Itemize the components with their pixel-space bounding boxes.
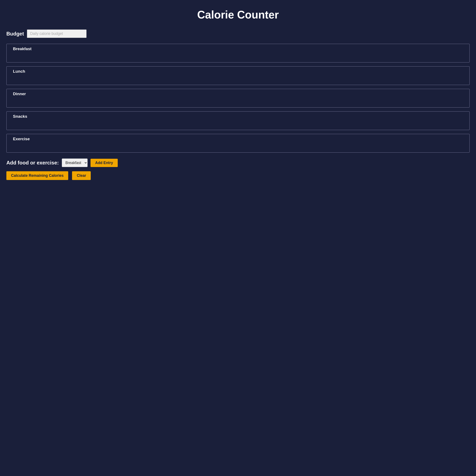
section-content-exercise	[10, 141, 466, 149]
clear-button[interactable]: Clear	[72, 171, 91, 180]
add-food-row: Add food or exercise: BreakfastLunchDinn…	[6, 158, 470, 167]
budget-row: Budget	[6, 30, 470, 38]
section-legend-lunch: Lunch	[12, 69, 466, 74]
page-title: Calorie Counter	[6, 8, 470, 21]
budget-input[interactable]	[27, 30, 86, 38]
section-content-dinner	[10, 96, 466, 104]
section-dinner: Dinner	[6, 89, 470, 107]
budget-label: Budget	[6, 31, 24, 37]
section-content-lunch	[10, 74, 466, 81]
section-legend-snacks: Snacks	[12, 114, 466, 119]
sections-container: Breakfast Lunch Dinner Snacks Exercise	[6, 44, 470, 153]
section-legend-exercise: Exercise	[12, 137, 466, 141]
meal-select[interactable]: BreakfastLunchDinnerSnacksExercise	[62, 158, 87, 167]
section-content-snacks	[10, 119, 466, 126]
add-entry-button[interactable]: Add Entry	[90, 159, 118, 167]
action-buttons-row: Calculate Remaining Calories Clear	[6, 171, 470, 180]
section-lunch: Lunch	[6, 66, 470, 85]
calculate-button[interactable]: Calculate Remaining Calories	[6, 171, 68, 180]
section-legend-breakfast: Breakfast	[12, 47, 466, 51]
section-legend-dinner: Dinner	[12, 92, 466, 96]
section-exercise: Exercise	[6, 134, 470, 153]
section-content-breakfast	[10, 51, 466, 59]
add-food-label: Add food or exercise:	[6, 160, 59, 166]
section-breakfast: Breakfast	[6, 44, 470, 63]
section-snacks: Snacks	[6, 111, 470, 130]
